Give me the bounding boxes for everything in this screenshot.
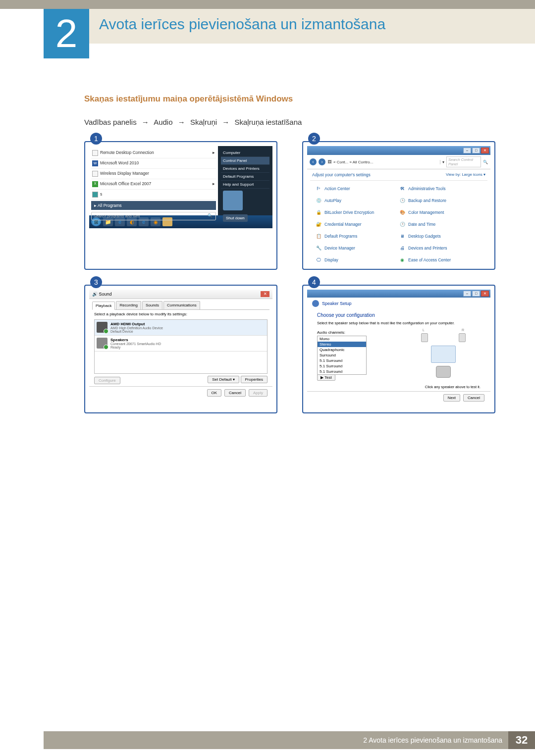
channel-list[interactable]: Mono Stereo Quadraphonic Surround 5.1 Su… (317, 336, 367, 375)
panel-4: 4 – □ ✕ Speaker Setup Choose your config… (302, 285, 495, 413)
cp-devprn[interactable]: 🖨Devices and Printers (399, 243, 482, 253)
speaker-left-icon[interactable] (421, 333, 428, 342)
min-button[interactable]: – (463, 291, 471, 297)
opt-mono[interactable]: Mono (318, 336, 366, 342)
speaker-icon (312, 300, 319, 307)
set-default-button[interactable]: Set Default ▾ (208, 376, 239, 383)
backup-icon: 🕓 (399, 197, 406, 204)
app-s[interactable]: s (91, 190, 216, 200)
app-wdm[interactable]: Wireless Display Manager (91, 169, 216, 179)
safe-icon: 🔐 (315, 221, 322, 228)
cp-gadgets[interactable]: 🖥Desktop Gadgets (399, 231, 482, 241)
forward-button[interactable]: › (319, 158, 325, 165)
opt-51[interactable]: 5.1 Surround (318, 358, 366, 363)
speaker-right-icon[interactable] (459, 333, 466, 342)
cp-defprog[interactable]: 📋Default Programs (315, 231, 399, 241)
app-icon (92, 192, 98, 198)
page-footer: 2 Avota ierīces pievienošana un izmantoš… (44, 731, 535, 749)
view-by[interactable]: View by: Large icons ▾ (446, 172, 485, 177)
cp-color[interactable]: 🎨Color Management (399, 207, 482, 217)
cp-label: Desktop Gadgets (408, 234, 441, 239)
close-button[interactable]: ✕ (261, 291, 269, 297)
device-sub: Conexant 20671 SmartAudio HD (110, 342, 161, 346)
cp-cred[interactable]: 🔐Credential Manager (315, 219, 399, 229)
apply-button[interactable]: Apply (249, 389, 268, 397)
address-bar: ‹ › 🖼 « Cont... » All Contro... ▾ Search… (307, 155, 490, 169)
cp-action-center[interactable]: 🏳Action Center (315, 184, 399, 194)
start-search-input[interactable]: Search programs and files (91, 212, 216, 220)
device-speakers[interactable]: Speakers Conexant 20671 SmartAudio HD Re… (95, 336, 267, 352)
max-button[interactable]: □ (472, 148, 480, 153)
opt-51b[interactable]: 5.1 Surround (318, 363, 366, 369)
search-input[interactable]: Search Control Panel (446, 156, 481, 167)
tab-comm[interactable]: Communications (163, 301, 200, 309)
cp-backup[interactable]: 🕓Backup and Restore (399, 196, 482, 205)
window-titlebar: – □ ✕ (307, 146, 490, 155)
all-programs[interactable]: ▸ All Programs (91, 201, 216, 210)
cancel-button[interactable]: Cancel (463, 394, 484, 402)
dialog-title: Sound (99, 292, 112, 297)
app-excel[interactable]: XMicrosoft Office Excel 2007▸ (91, 179, 216, 190)
shutdown-button[interactable]: Shut down (223, 214, 248, 222)
close-button[interactable]: ✕ (481, 148, 489, 153)
tab-recording[interactable]: Recording (116, 301, 141, 309)
cp-date[interactable]: 🕑Date and Time (399, 219, 482, 229)
cp-devmgr[interactable]: 🔧Device Manager (315, 243, 399, 253)
wizard-footer: Next Cancel (307, 391, 490, 404)
back-button[interactable]: ‹ (310, 158, 317, 165)
color-icon: 🎨 (399, 209, 406, 216)
dialog-footer: OK Cancel Apply (89, 386, 272, 399)
cp-admin[interactable]: 🛠Administrative Tools (399, 184, 482, 194)
start-help[interactable]: Help and Support (221, 181, 269, 189)
user-picture (223, 191, 243, 210)
address-path[interactable]: « Cont... » All Contro... (333, 160, 438, 164)
opt-52[interactable]: 5.1 Surround (318, 369, 366, 374)
close-button[interactable]: ✕ (481, 291, 489, 297)
default-icon: 📋 (315, 233, 322, 240)
start-right-pane: Computer Control Panel Devices and Print… (218, 146, 272, 215)
configure-button[interactable]: Configure (94, 377, 120, 384)
opt-surround[interactable]: Surround (318, 353, 366, 358)
excel-icon: X (92, 181, 98, 187)
disc-icon: 💿 (315, 197, 322, 204)
ok-button[interactable]: OK (207, 389, 222, 397)
monitor-icon (431, 346, 456, 363)
device-text: Speakers Conexant 20671 SmartAudio HD Re… (110, 338, 161, 349)
cp-label: AutoPlay (324, 198, 341, 203)
cp-ease[interactable]: ◉Ease of Access Center (399, 255, 482, 265)
next-button[interactable]: Next (443, 394, 460, 402)
hint-text: Select a playback device below to modify… (89, 310, 272, 318)
arrow-icon: → (178, 118, 185, 126)
device-hdmi[interactable]: AMD HDMI Output AMD High Definition Audi… (95, 320, 267, 336)
audio-channels-label: Audio channels: (317, 330, 391, 335)
start-computer[interactable]: Computer (221, 149, 269, 157)
start-control-panel[interactable]: Control Panel (221, 157, 269, 165)
cp-label: Ease of Access Center (408, 257, 451, 262)
panel-number: 3 (90, 276, 102, 288)
start-default[interactable]: Default Programs (221, 173, 269, 181)
cp-autoplay[interactable]: 💿AutoPlay (315, 196, 399, 205)
max-button[interactable]: □ (472, 291, 480, 297)
cancel-button[interactable]: Cancel (224, 389, 246, 397)
cp-display[interactable]: 🖵Display (315, 255, 399, 265)
printer-icon: 🖨 (399, 245, 406, 252)
cp-bitlocker[interactable]: 🔒BitLocker Drive Encryption (315, 207, 399, 217)
tab-sounds[interactable]: Sounds (142, 301, 162, 309)
cp-label: Date and Time (408, 222, 435, 227)
start-devices[interactable]: Devices and Printers (221, 165, 269, 173)
app-label: Microsoft Office Excel 2007 (100, 181, 151, 186)
properties-button[interactable]: Properties (241, 376, 268, 383)
app-label: s (100, 192, 102, 197)
opt-stereo[interactable]: Stereo (318, 342, 366, 347)
bc-d: Skaļruņa iestatīšana (234, 118, 302, 126)
opt-quad[interactable]: Quadraphonic (318, 347, 366, 353)
app-word[interactable]: WMicrosoft Word 2010 (91, 158, 216, 169)
app-rdc[interactable]: Remote Desktop Connection▸ (91, 148, 216, 158)
speaker-label-r: R (462, 328, 464, 332)
ease-icon: ◉ (399, 256, 406, 263)
test-button[interactable]: ▶ Test (317, 374, 335, 381)
content: Skaņas iestatījumu maiņa operētājsistēmā… (84, 94, 495, 413)
tab-playback[interactable]: Playback (92, 302, 115, 310)
speaker-diagram: L R (406, 328, 481, 383)
min-button[interactable]: – (463, 148, 471, 153)
